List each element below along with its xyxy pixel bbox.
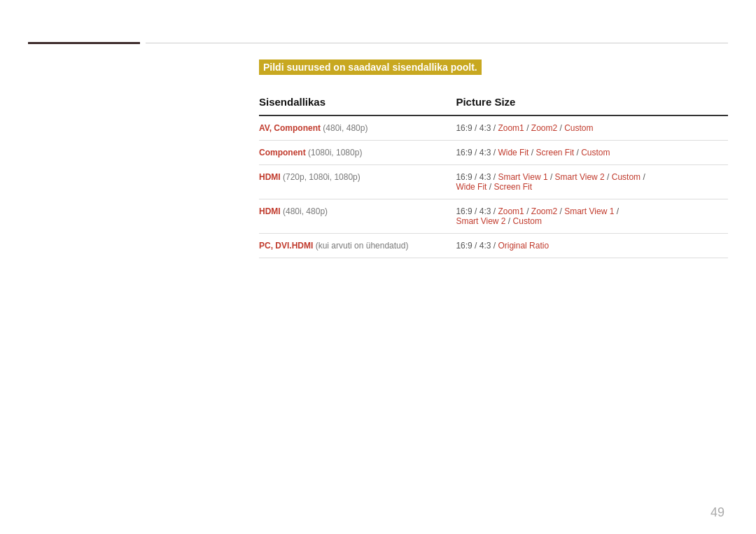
source-cell: AV, Component (480i, 480p) xyxy=(259,115,456,141)
section-title: Pildi suurused on saadaval sisendallika … xyxy=(259,59,482,75)
col-source-header: Sisendallikas xyxy=(259,90,456,115)
table-row: Component (1080i, 1080p)16:9 / 4:3 / Wid… xyxy=(259,141,728,165)
table-row: HDMI (480i, 480p)16:9 / 4:3 / Zoom1 / Zo… xyxy=(259,199,728,234)
source-cell: HDMI (720p, 1080i, 1080p) xyxy=(259,165,456,199)
page-number: 49 xyxy=(710,505,724,520)
main-content: Pildi suurused on saadaval sisendallika … xyxy=(259,59,728,258)
col-size-header: Picture Size xyxy=(456,90,728,115)
top-bar xyxy=(0,42,756,43)
source-cell: PC, DVI.HDMI (kui arvuti on ühendatud) xyxy=(259,234,456,258)
size-cell: 16:9 / 4:3 / Smart View 1 / Smart View 2… xyxy=(456,165,728,199)
table-row: AV, Component (480i, 480p)16:9 / 4:3 / Z… xyxy=(259,115,728,141)
table-header-row: Sisendallikas Picture Size xyxy=(259,90,728,115)
size-cell: 16:9 / 4:3 / Original Ratio xyxy=(456,234,728,258)
picture-size-table: Sisendallikas Picture Size AV, Component… xyxy=(259,90,728,258)
size-cell: 16:9 / 4:3 / Zoom1 / Zoom2 / Custom xyxy=(456,115,728,141)
size-cell: 16:9 / 4:3 / Wide Fit / Screen Fit / Cus… xyxy=(456,141,728,165)
top-bar-light xyxy=(146,43,728,43)
table-row: HDMI (720p, 1080i, 1080p)16:9 / 4:3 / Sm… xyxy=(259,165,728,199)
source-cell: Component (1080i, 1080p) xyxy=(259,141,456,165)
size-cell: 16:9 / 4:3 / Zoom1 / Zoom2 / Smart View … xyxy=(456,199,728,234)
source-cell: HDMI (480i, 480p) xyxy=(259,199,456,234)
table-row: PC, DVI.HDMI (kui arvuti on ühendatud)16… xyxy=(259,234,728,258)
page-container: Pildi suurused on saadaval sisendallika … xyxy=(0,0,756,534)
top-bar-dark xyxy=(28,42,140,44)
